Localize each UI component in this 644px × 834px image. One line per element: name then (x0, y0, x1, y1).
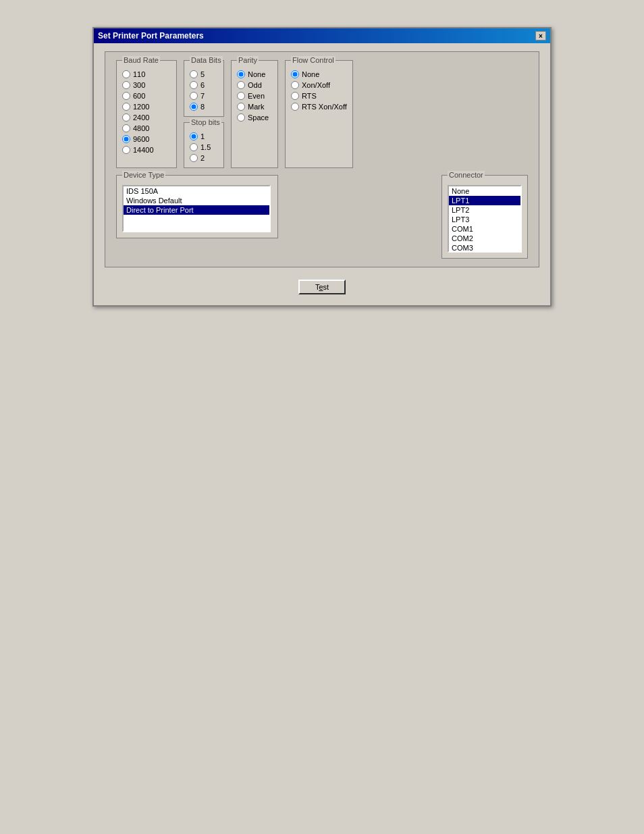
baud-110[interactable]: 110 (122, 70, 171, 78)
dialog-close-button[interactable]: × (535, 31, 546, 41)
baud-9600[interactable]: 9600 (122, 135, 171, 143)
dialog-window: Set Printer Port Parameters × Baud Rate … (92, 27, 552, 307)
connector-item-com3[interactable]: COM3 (449, 243, 520, 253)
test-button[interactable]: Test (298, 280, 346, 294)
parity-even[interactable]: Even (237, 92, 272, 100)
stopbits-1.5[interactable]: 1.5 (190, 143, 218, 151)
flow-xon[interactable]: Xon/Xoff (291, 81, 347, 89)
data-stop-column: Data Bits 5 6 7 (184, 60, 224, 168)
parity-mark[interactable]: Mark (237, 103, 272, 111)
connector-item-lpt3[interactable]: LPT3 (449, 215, 520, 224)
data-bits-label: Data Bits (190, 56, 223, 64)
connector-item-lpt1[interactable]: LPT1 (449, 196, 520, 205)
dialog-title: Set Printer Port Parameters (98, 31, 204, 41)
databits-7[interactable]: 7 (190, 92, 218, 100)
flow-control-group: Flow Control None Xon/Xoff RTS (285, 60, 353, 168)
flow-control-label: Flow Control (291, 56, 336, 64)
stopbits-2[interactable]: 2 (190, 154, 218, 162)
dialog-titlebar: Set Printer Port Parameters × (94, 28, 550, 43)
close-icon: × (539, 32, 543, 40)
dialog-footer: Test (105, 274, 539, 297)
baud-600[interactable]: 600 (122, 92, 171, 100)
connector-listbox[interactable]: None LPT1 LPT2 LPT3 COM1 COM2 COM3 (448, 185, 522, 253)
databits-8[interactable]: 8 (190, 103, 218, 111)
data-bits-group: Data Bits 5 6 7 (184, 60, 224, 117)
test-button-label: Test (315, 283, 329, 291)
baud-4800[interactable]: 4800 (122, 124, 171, 132)
baud-rate-label: Baud Rate (122, 56, 160, 64)
connector-item-lpt2[interactable]: LPT2 (449, 205, 520, 215)
stop-bits-radio-group: 1 1.5 2 (190, 132, 218, 162)
device-type-group: Device Type IDS 150A Windows Default Dir… (116, 175, 278, 238)
dialog-body: Baud Rate 110 300 600 (94, 43, 550, 305)
baud-rate-group: Baud Rate 110 300 600 (116, 60, 177, 168)
flow-none[interactable]: None (291, 70, 347, 78)
databits-6[interactable]: 6 (190, 81, 218, 89)
baud-2400[interactable]: 2400 (122, 113, 171, 122)
device-type-listbox[interactable]: IDS 150A Windows Default Direct to Print… (122, 185, 271, 232)
connector-group: Connector None LPT1 LPT2 LPT3 COM1 COM2 … (441, 175, 528, 259)
device-type-item-direct[interactable]: Direct to Printer Port (124, 205, 269, 215)
parity-label: Parity (237, 56, 259, 64)
baud-1200[interactable]: 1200 (122, 103, 171, 111)
parity-space[interactable]: Space (237, 113, 272, 122)
test-underline: e (319, 283, 323, 291)
parity-group: Parity None Odd Even (231, 60, 278, 168)
data-bits-radio-group: 5 6 7 8 (190, 70, 218, 111)
stop-bits-group: Stop bits 1 1.5 2 (184, 122, 224, 168)
dialog-backdrop: Set Printer Port Parameters × Baud Rate … (14, 27, 630, 307)
params-area: Baud Rate 110 300 600 (105, 51, 539, 267)
baud-300[interactable]: 300 (122, 81, 171, 89)
parity-radio-group: None Odd Even Mark (237, 70, 272, 122)
baud-rate-radio-group: 110 300 600 1200 (122, 70, 171, 154)
baud-14400[interactable]: 14400 (122, 146, 171, 154)
stopbits-1[interactable]: 1 (190, 132, 218, 140)
flow-rts-xon[interactable]: RTS Xon/Xoff (291, 103, 347, 111)
parity-none[interactable]: None (237, 70, 272, 78)
databits-5[interactable]: 5 (190, 70, 218, 78)
device-type-label: Device Type (122, 171, 165, 179)
bottom-groups: Device Type IDS 150A Windows Default Dir… (116, 175, 528, 259)
device-type-item-ids150a[interactable]: IDS 150A (124, 186, 269, 196)
connector-item-none[interactable]: None (449, 186, 520, 196)
stop-bits-label: Stop bits (190, 118, 221, 126)
device-type-item-windows-default[interactable]: Windows Default (124, 196, 269, 205)
flow-control-radio-group: None Xon/Xoff RTS RTS Xon/Xoff (291, 70, 347, 111)
flow-rts[interactable]: RTS (291, 92, 347, 100)
connector-item-com1[interactable]: COM1 (449, 224, 520, 234)
parity-odd[interactable]: Odd (237, 81, 272, 89)
connector-item-com2[interactable]: COM2 (449, 234, 520, 243)
top-groups: Baud Rate 110 300 600 (116, 60, 528, 168)
connector-label: Connector (448, 171, 485, 179)
